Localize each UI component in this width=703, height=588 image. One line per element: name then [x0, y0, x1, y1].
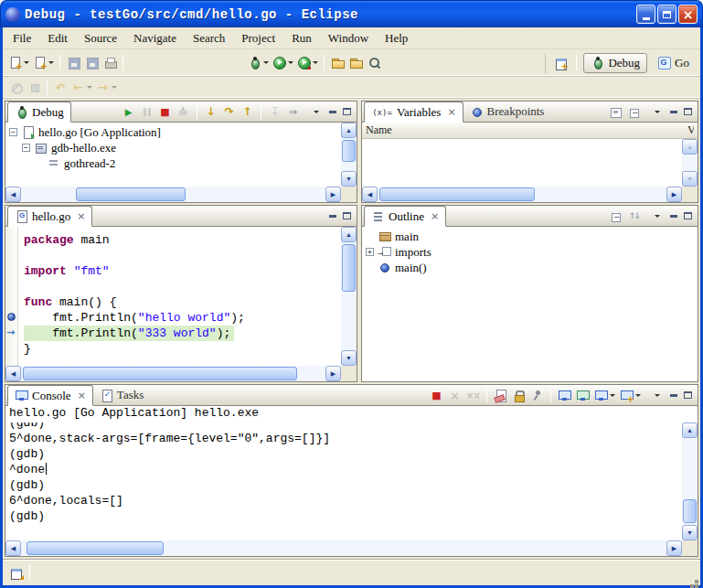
variables-table[interactable] — [362, 139, 682, 187]
tab-variables[interactable]: Variables × — [364, 102, 463, 123]
scroll-right-button[interactable]: ▶ — [666, 540, 682, 556]
use-step-filters-button[interactable] — [284, 103, 302, 121]
minimize-view-button[interactable] — [666, 389, 680, 402]
scroll-track[interactable] — [378, 187, 666, 202]
close-tab-icon[interactable]: × — [78, 390, 86, 401]
show-stderr-button[interactable] — [574, 387, 591, 404]
open-folder-button[interactable] — [328, 53, 346, 72]
terminate-button[interactable] — [428, 387, 445, 404]
scroll-thumb[interactable] — [342, 244, 356, 292]
show-stdout-button[interactable] — [556, 387, 573, 404]
breakpoint-icon[interactable] — [7, 313, 16, 321]
tab-debug[interactable]: Debug — [7, 102, 71, 123]
tab-tasks[interactable]: Tasks — [93, 385, 150, 405]
new-wizard-button[interactable] — [6, 53, 31, 72]
console-vertical-scrollbar[interactable]: ▲ ▼ — [682, 422, 698, 540]
debug-tree[interactable]: −hello.go [Go Application]−gdb-hello.exe… — [5, 123, 341, 187]
maximize-view-button[interactable] — [340, 209, 354, 223]
scroll-up-button[interactable]: ▲ — [341, 227, 357, 242]
new-element-button[interactable] — [31, 53, 56, 72]
menu-window[interactable]: Window — [320, 29, 377, 48]
scroll-down-button[interactable]: ▼ — [682, 171, 698, 187]
view-menu-button[interactable] — [647, 386, 666, 405]
menu-file[interactable]: File — [5, 29, 39, 48]
search-button[interactable] — [365, 53, 383, 72]
menu-project[interactable]: Project — [233, 29, 283, 48]
variables-vertical-scrollbar[interactable]: ▲ ▼ — [682, 139, 698, 187]
scroll-right-button[interactable]: ▶ — [325, 187, 341, 202]
sort-button[interactable] — [625, 208, 643, 225]
open-console-button[interactable] — [618, 387, 643, 404]
scroll-left-button[interactable]: ◀ — [5, 187, 21, 202]
show-type-names-button[interactable] — [607, 103, 624, 121]
column-name[interactable]: Name — [366, 123, 392, 137]
view-menu-button[interactable] — [306, 102, 325, 122]
resize-grip[interactable] — [695, 580, 698, 583]
menu-source[interactable]: Source — [76, 29, 125, 48]
perspective-debug[interactable]: Debug — [583, 53, 647, 73]
run-button[interactable] — [271, 53, 295, 72]
print-button[interactable] — [101, 53, 119, 72]
scroll-down-button[interactable]: ▼ — [341, 171, 357, 187]
tree-expander[interactable]: − — [22, 144, 30, 152]
resume-button[interactable] — [120, 103, 137, 121]
menu-navigate[interactable]: Navigate — [125, 29, 185, 48]
maximize-view-button[interactable] — [340, 105, 354, 119]
maximize-view-button[interactable] — [681, 389, 695, 402]
instruction-pointer-icon[interactable] — [6, 328, 17, 338]
scroll-track[interactable] — [21, 187, 325, 202]
scroll-track[interactable] — [21, 540, 666, 556]
variables-horizontal-scrollbar[interactable]: ◀ ▶ — [362, 187, 682, 202]
console-text-area[interactable]: (gdb)5^done,stack-args=[frame={level="0"… — [5, 422, 682, 540]
scroll-lock-button[interactable] — [510, 387, 527, 404]
scroll-thumb[interactable] — [683, 499, 697, 523]
open-file-button[interactable] — [346, 53, 365, 72]
menu-run[interactable]: Run — [283, 29, 320, 48]
step-over-button[interactable] — [220, 103, 238, 121]
maximize-view-button[interactable] — [681, 105, 695, 119]
minimize-button[interactable] — [636, 5, 655, 24]
scroll-right-button[interactable]: ▶ — [666, 187, 682, 202]
debug-horizontal-scrollbar[interactable]: ◀ ▶ — [5, 187, 341, 202]
display-console-button[interactable] — [592, 387, 617, 404]
scroll-track[interactable] — [341, 242, 357, 350]
scroll-track[interactable] — [21, 366, 325, 381]
maximize-view-button[interactable] — [681, 209, 695, 223]
external-tools-button[interactable] — [295, 53, 320, 72]
scroll-left-button[interactable]: ◀ — [5, 540, 21, 556]
tree-item[interactable]: main() — [362, 260, 698, 275]
scroll-up-button[interactable]: ▲ — [682, 422, 698, 438]
scroll-track[interactable] — [682, 438, 698, 525]
debug-button[interactable] — [246, 53, 271, 72]
open-perspective-button[interactable] — [551, 53, 570, 72]
collapse-all-button[interactable] — [607, 208, 624, 225]
outline-tree[interactable]: main+importsmain() — [362, 227, 698, 381]
minimize-view-button[interactable] — [325, 209, 339, 223]
tab-outline[interactable]: Outline × — [364, 206, 446, 227]
close-button[interactable]: × — [678, 5, 698, 24]
tree-expander[interactable]: + — [366, 248, 374, 256]
tree-expander[interactable]: − — [9, 128, 17, 136]
close-tab-icon[interactable]: × — [431, 210, 439, 222]
editor-text-area[interactable]: package mainimport "fmt"func main() { fm… — [18, 227, 341, 366]
scroll-left-button[interactable]: ◀ — [5, 366, 21, 381]
console-horizontal-scrollbar[interactable]: ◀ ▶ — [5, 540, 682, 556]
collapse-all-button[interactable] — [625, 103, 643, 121]
terminate-button[interactable] — [156, 103, 174, 121]
fast-view-button[interactable] — [7, 563, 26, 583]
scroll-up-button[interactable]: ▲ — [682, 139, 698, 155]
minimize-view-button[interactable] — [666, 209, 680, 223]
scroll-thumb[interactable] — [23, 367, 297, 380]
editor-horizontal-scrollbar[interactable]: ◀ ▶ — [5, 366, 341, 381]
scroll-track[interactable] — [341, 138, 357, 171]
menu-search[interactable]: Search — [185, 29, 233, 48]
editor-vertical-scrollbar[interactable]: ▲ ▼ — [341, 227, 357, 366]
view-menu-button[interactable] — [647, 102, 666, 122]
scroll-thumb[interactable] — [27, 541, 164, 555]
pin-console-button[interactable] — [528, 387, 546, 404]
step-return-button[interactable] — [239, 103, 256, 121]
close-tab-icon[interactable]: × — [77, 210, 85, 222]
scroll-thumb[interactable] — [76, 187, 186, 201]
step-into-button[interactable] — [202, 103, 219, 121]
scroll-down-button[interactable]: ▼ — [682, 525, 698, 540]
